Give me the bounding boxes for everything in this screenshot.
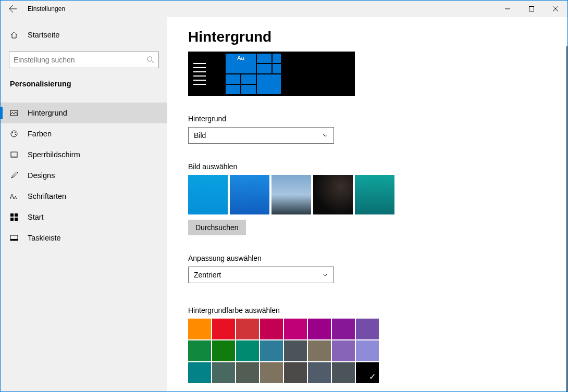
color-swatch[interactable] [236,340,259,361]
svg-point-1 [147,57,152,61]
minimize-button[interactable] [496,1,520,17]
color-swatch[interactable] [188,362,211,383]
color-swatch[interactable] [212,319,235,339]
color-swatch[interactable] [236,362,259,383]
color-swatch[interactable] [308,362,331,383]
sidebar-item-fonts[interactable]: AA Schriftarten [1,186,167,207]
color-swatch[interactable] [212,340,235,361]
svg-rect-16 [10,239,18,241]
color-swatch[interactable] [260,362,283,383]
svg-point-3 [11,131,17,137]
home-icon [10,31,18,39]
maximize-button[interactable] [520,1,544,17]
browse-button[interactable]: Durchsuchen [188,220,246,235]
fit-dropdown[interactable]: Zentriert [188,267,334,283]
background-type-dropdown[interactable]: Bild [188,127,334,144]
picture-thumbnail[interactable] [271,175,311,214]
bg-color-label: Hintergrundfarbe auswählen [188,306,567,314]
dropdown-value: Bild [194,131,206,140]
sidebar-item-taskbar[interactable]: Taskleiste [1,227,167,248]
svg-text:A: A [14,195,17,200]
window-title: Einstellungen [28,5,65,12]
color-swatch[interactable] [284,319,307,339]
picture-thumbnail[interactable] [188,175,228,214]
maximize-icon [529,6,534,11]
close-button[interactable] [544,1,567,17]
preview-tile-sample: Aa [226,54,256,73]
sidebar-item-lockscreen[interactable]: Sperrbildschirm [1,144,167,165]
sidebar-item-background[interactable]: Hintergrund [1,103,167,123]
sidebar-item-start[interactable]: Start [1,207,167,227]
svg-point-5 [15,132,16,133]
color-swatch[interactable] [356,340,379,361]
color-swatch[interactable] [332,362,355,383]
search-box[interactable] [9,52,159,68]
color-swatch[interactable] [308,340,331,361]
sidebar-item-label: Hintergrund [28,109,67,117]
arrow-left-icon [9,5,17,13]
svg-point-4 [12,132,13,133]
brush-icon [10,171,18,180]
svg-text:A: A [10,193,14,200]
taskbar-icon [10,234,18,242]
svg-rect-13 [10,218,14,221]
color-swatch[interactable] [260,319,283,339]
color-swatch[interactable] [284,362,307,383]
picture-icon [10,109,18,117]
back-button[interactable] [1,1,26,17]
preview-lines [193,63,206,85]
color-swatch[interactable] [356,362,379,383]
color-swatch[interactable] [332,319,355,339]
font-icon: AA [10,192,18,200]
preview-tiles: Aa [226,54,282,94]
color-grid [188,319,567,383]
sidebar-home[interactable]: Startseite [1,26,167,44]
close-icon [553,6,558,11]
sidebar-item-themes[interactable]: Designs [1,165,167,186]
svg-rect-14 [15,218,18,221]
color-swatch[interactable] [236,319,259,339]
sidebar-item-label: Taskleiste [28,234,61,242]
search-icon [147,56,154,64]
search-input[interactable] [14,56,147,64]
svg-point-6 [15,134,16,135]
minimize-icon [505,6,510,11]
color-swatch[interactable] [284,340,307,361]
sidebar-item-label: Designs [28,171,55,180]
titlebar: Einstellungen [1,1,567,17]
sidebar: Startseite Personalisierung Hintergrund … [1,17,167,391]
page-title: Hintergrund [188,29,567,45]
window-controls [496,1,567,17]
color-swatch[interactable] [212,362,235,383]
sidebar-item-label: Schriftarten [28,192,66,200]
chevron-down-icon [322,132,328,138]
background-type-label: Hintergrund [188,115,567,123]
choose-picture-label: Bild auswählen [188,162,567,171]
color-swatch[interactable] [332,340,355,361]
scrollbar[interactable] [566,46,567,391]
svg-rect-12 [15,213,18,217]
sidebar-section-title: Personalisierung [1,68,167,93]
color-swatch[interactable] [308,319,331,339]
picture-thumbnails [188,175,567,214]
color-swatch[interactable] [188,340,211,361]
sidebar-home-label: Startseite [28,31,59,39]
palette-icon [10,130,18,138]
picture-thumbnail[interactable] [230,175,269,214]
dropdown-value: Zentriert [194,271,221,279]
start-icon [10,213,18,221]
svg-rect-0 [529,7,534,11]
color-swatch[interactable] [356,319,379,339]
sidebar-item-colors[interactable]: Farben [1,123,167,144]
color-swatch[interactable] [260,340,283,361]
svg-rect-8 [11,156,17,157]
sidebar-item-label: Start [28,213,44,221]
lockscreen-icon [10,150,18,159]
chevron-down-icon [322,272,328,278]
picture-thumbnail[interactable] [355,175,394,214]
sidebar-item-label: Farben [28,130,52,138]
main-content: Hintergrund Aa Hintergrund Bild Bild aus… [167,17,567,391]
picture-thumbnail[interactable] [313,175,353,214]
fit-label: Anpassung auswählen [188,254,567,262]
color-swatch[interactable] [188,319,211,339]
